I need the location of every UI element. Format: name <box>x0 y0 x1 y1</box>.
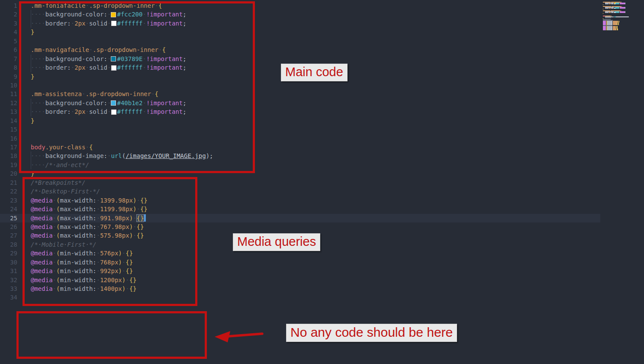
line-number[interactable]: 7 <box>0 55 17 63</box>
annotation-label-media-queries: Media queries <box>233 233 320 251</box>
line-number[interactable]: 24 <box>0 205 17 213</box>
line-number[interactable]: 33 <box>0 284 17 293</box>
line-number[interactable]: 16 <box>0 134 17 143</box>
line-number[interactable]: 18 <box>0 151 17 160</box>
minimap-line <box>603 8 627 9</box>
annotation-arrow-left-icon <box>211 328 267 345</box>
line-number[interactable]: 13 <box>0 107 17 116</box>
line-number[interactable]: 8 <box>0 63 17 72</box>
line-number[interactable]: 25 <box>0 214 17 222</box>
line-number[interactable]: 3 <box>0 19 17 28</box>
line-number[interactable]: 19 <box>0 161 17 169</box>
line-number[interactable]: 29 <box>0 249 17 258</box>
line-number[interactable]: 12 <box>0 99 17 107</box>
line-number[interactable]: 28 <box>0 240 17 249</box>
line-number[interactable]: 9 <box>0 72 17 81</box>
minimap-line <box>603 30 627 31</box>
gutter: 1234567891011121314151617181920212223242… <box>0 1 17 302</box>
line-number[interactable]: 34 <box>0 293 17 302</box>
minimap[interactable] <box>603 2 627 33</box>
line-number[interactable]: 22 <box>0 187 17 196</box>
line-number[interactable]: 26 <box>0 222 17 231</box>
annotation-label-main-code: Main code <box>281 64 348 81</box>
line-number[interactable]: 14 <box>0 116 17 125</box>
line-number[interactable]: 32 <box>0 276 17 284</box>
line-number[interactable]: 27 <box>0 231 17 240</box>
minimap-content <box>603 2 627 31</box>
minimap-line <box>603 3 627 4</box>
line-number[interactable]: 21 <box>0 178 17 187</box>
annotation-box-main-code <box>19 1 255 173</box>
line-number[interactable]: 10 <box>0 81 17 90</box>
annotation-label-no-code: No any code should be here <box>286 324 457 342</box>
line-number[interactable]: 11 <box>0 90 17 98</box>
line-number[interactable]: 4 <box>0 28 17 36</box>
line-number[interactable]: 1 <box>0 1 17 10</box>
line-number[interactable]: 23 <box>0 196 17 205</box>
line-number[interactable]: 5 <box>0 37 17 45</box>
line-number[interactable]: 2 <box>0 10 17 19</box>
line-number[interactable]: 17 <box>0 143 17 151</box>
line-number[interactable]: 6 <box>0 45 17 54</box>
code-editor: 1234567891011121314151617181920212223242… <box>0 0 644 364</box>
line-number[interactable]: 30 <box>0 258 17 267</box>
line-number[interactable]: 20 <box>0 169 17 178</box>
annotation-box-empty-area <box>16 311 207 359</box>
minimap-line <box>603 12 627 13</box>
line-number[interactable]: 15 <box>0 125 17 134</box>
line-number[interactable]: 31 <box>0 267 17 275</box>
annotation-box-media-queries <box>23 177 197 306</box>
